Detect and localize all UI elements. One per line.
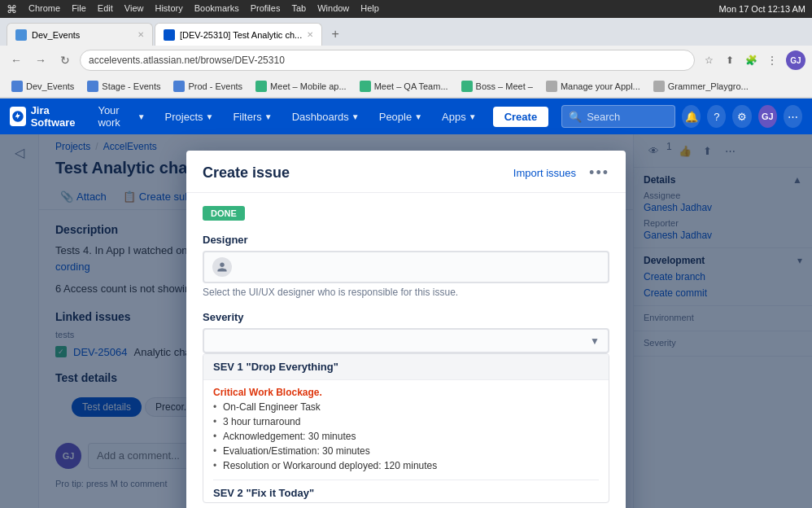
mac-datetime: Mon 17 Oct 12:13 AM [719,4,805,14]
reload-button[interactable]: ↻ [55,50,75,70]
sev1-item-5: Resolution or Workaround deployed: 120 m… [213,458,599,473]
browser-profile-avatar[interactable]: GJ [786,50,805,70]
bookmark-label-6: Boss – Meet – [476,81,533,91]
menu-tab[interactable]: Tab [291,3,306,15]
tab-favicon-1 [15,29,27,41]
tab-close-2[interactable]: ✕ [307,30,313,39]
modal-title: Create issue [203,164,290,182]
chevron-down-icon: ▼ [264,112,273,121]
menu-bookmarks[interactable]: Bookmarks [194,3,239,15]
search-bar[interactable]: 🔍 Search [561,105,675,128]
extensions-btn[interactable]: 🧩 [742,51,760,69]
browser-actions: ☆ ⬆ 🧩 ⋮ [700,51,781,69]
mac-menu-bar: ⌘ Chrome File Edit View History Bookmark… [7,3,708,15]
severity-select-wrapper[interactable]: SEV 1 - Drop Everything SEV 2 - Fix it T… [203,328,609,353]
bookmark-label-2: Stage - Events [102,81,160,91]
tab-close-1[interactable]: ✕ [138,30,144,39]
jira-logo[interactable]: Jira Software [10,104,85,129]
nav-projects[interactable]: Projects ▼ [159,107,220,126]
bookmark-prod-events[interactable]: Prod - Events [168,79,247,94]
menu-help[interactable]: Help [360,3,379,15]
bookmark-btn[interactable]: ☆ [700,51,718,69]
url-text: accelevents.atlassian.net/browse/DEV-253… [89,55,285,66]
menu-window[interactable]: Window [317,3,349,15]
menu-profiles[interactable]: Profiles [251,3,281,15]
sev1-header: SEV 1 "Drop Everything" [203,354,609,380]
severity-chevron-icon: ▼ [590,335,600,347]
search-icon: 🔍 [569,111,582,123]
designer-field: Designer Select the UI/UX designer who i… [203,234,609,298]
designer-input-wrapper[interactable] [203,251,609,283]
severity-select[interactable]: SEV 1 - Drop Everything SEV 2 - Fix it T… [212,335,590,347]
help-button[interactable]: ? [707,105,726,128]
modal-header: Create issue Import issues ••• [186,151,626,193]
import-issues-button[interactable]: Import issues [507,164,583,182]
bookmark-dev-events[interactable]: Dev_Events [7,79,79,94]
nav-people[interactable]: People ▼ [373,107,429,126]
bookmark-meet-qa[interactable]: Meet – QA Team... [355,79,453,94]
user-avatar[interactable]: GJ [758,105,777,128]
sev1-item-1: On-Call Engineer Task [213,400,599,414]
more-options-btn[interactable]: ⋮ [763,51,781,69]
designer-label: Designer [203,234,609,246]
bookmarks-bar: Dev_Events Stage - Events Prod - Events … [0,75,812,98]
mac-status-bar: Mon 17 Oct 12:13 AM [719,4,805,14]
url-bar[interactable]: accelevents.atlassian.net/browse/DEV-253… [80,50,695,71]
chevron-down-icon: ▼ [206,112,214,121]
sev2-header: SEV 2 "Fix it Today" [213,480,599,502]
bookmark-stage-events[interactable]: Stage - Events [82,79,165,94]
bookmark-icon-6 [461,81,473,92]
chevron-down-icon: ▼ [138,112,146,121]
page-content: ◁ Projects / AccelEvents Test Analytic c… [0,134,812,508]
browser-chrome: Dev_Events ✕ [DEV-25310] Test Analytic c… [0,18,812,99]
nav-dashboards[interactable]: Dashboards ▼ [286,107,366,126]
bookmark-manage-app[interactable]: Manage your Appl... [541,79,645,94]
nav-your-work[interactable]: Your work ▼ [91,101,151,132]
menu-history[interactable]: History [155,3,182,15]
jira-logo-text: Jira Software [31,104,85,129]
nav-filters[interactable]: Filters ▼ [226,107,278,126]
sev1-item-4: Evaluation/Estimation: 30 minutes [213,444,599,458]
modal-overlay: Create issue Import issues ••• DONE Desi… [0,134,812,508]
menu-chrome[interactable]: Chrome [28,3,60,15]
menu-view[interactable]: View [124,3,144,15]
jira-app: Jira Software Your work ▼ Projects ▼ Fil… [0,99,812,508]
browser-address-bar: ← → ↻ accelevents.atlassian.net/browse/D… [0,46,812,75]
browser-tab-2[interactable]: [DEV-25310] Test Analytic ch... ✕ [155,23,322,46]
back-button[interactable]: ← [7,50,26,70]
severity-field: Severity SEV 1 - Drop Everything SEV 2 -… [203,311,609,503]
settings-button[interactable]: ⚙ [732,105,751,128]
mac-topbar: ⌘ Chrome File Edit View History Bookmark… [0,0,812,18]
menu-file[interactable]: File [72,3,86,15]
tab-favicon-2 [164,29,175,41]
bookmark-icon-1 [11,81,23,92]
bookmark-label-3: Prod - Events [188,81,242,91]
bookmark-meet-mobile[interactable]: Meet – Mobile ap... [251,79,351,94]
bookmark-label-5: Meet – QA Team... [374,81,448,91]
jira-logo-icon [10,107,26,126]
bookmark-label-4: Meet – Mobile ap... [270,81,347,91]
notifications-button[interactable]: 🔔 [682,105,701,128]
sev1-content: Critical Work Blockage. On-Call Engineer… [203,380,609,502]
designer-hint: Select the UI/UX designer who is respons… [203,287,609,298]
severity-dropdown: SEV 1 "Drop Everything" Critical Work Bl… [203,353,609,503]
nav-apps[interactable]: Apps ▼ [435,107,483,126]
create-button[interactable]: Create [493,107,548,127]
bookmark-icon-3 [173,81,185,92]
chevron-down-icon: ▼ [469,112,477,121]
status-done-badge: DONE [203,206,245,221]
bookmark-label-7: Manage your Appl... [561,81,640,91]
jira-nav: Jira Software Your work ▼ Projects ▼ Fil… [0,99,812,134]
forward-button[interactable]: → [31,50,50,70]
bookmark-boss-meet[interactable]: Boss – Meet – [456,79,538,94]
apps-grid-button[interactable]: ⋯ [784,105,802,128]
bookmark-icon-4 [255,81,267,92]
bookmark-grammer[interactable]: Grammer_Playgro... [648,79,753,94]
apple-menu[interactable]: ⌘ [7,3,17,15]
menu-edit[interactable]: Edit [98,3,113,15]
modal-header-actions: Import issues ••• [507,164,609,182]
new-tab-button[interactable]: + [324,23,347,46]
modal-more-button[interactable]: ••• [589,164,609,182]
share-btn[interactable]: ⬆ [721,51,739,69]
browser-tab-1[interactable]: Dev_Events ✕ [7,23,153,46]
